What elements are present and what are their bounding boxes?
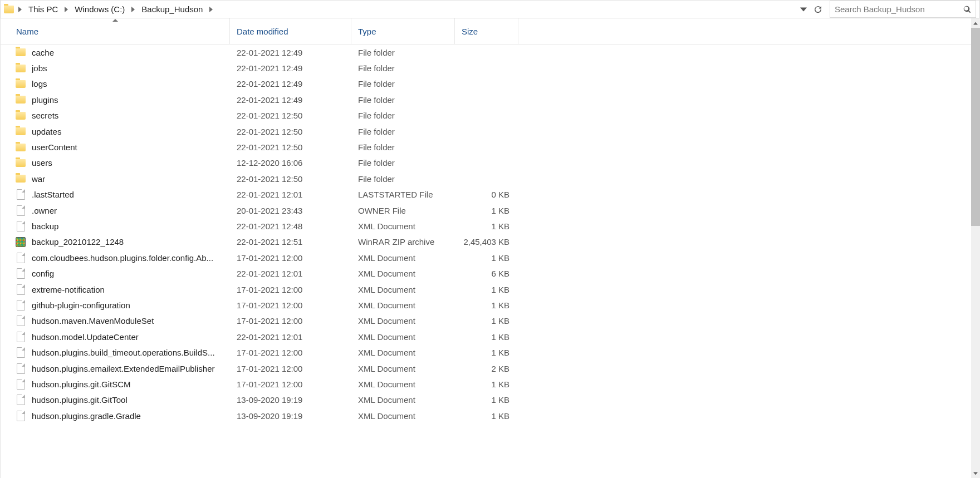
refresh-button[interactable] [811, 1, 825, 18]
table-row[interactable]: hudson.maven.MavenModuleSet17-01-2021 12… [1, 313, 971, 329]
table-row[interactable]: plugins22-01-2021 12:49File folder [1, 92, 971, 107]
file-type: WinRAR ZIP archive [351, 237, 455, 247]
folder-icon [15, 94, 26, 105]
table-row[interactable]: config22-01-2021 12:01XML Document6 KB [1, 265, 971, 281]
file-type: File folder [351, 79, 455, 88]
file-size: 1 KB [455, 206, 518, 215]
file-rows: cache22-01-2021 12:49File folderjobs22-0… [1, 45, 971, 478]
chevron-right-icon[interactable] [15, 1, 25, 18]
breadcrumb-item[interactable]: Windows (C:) [71, 1, 128, 18]
table-row[interactable]: hudson.plugins.build_timeout.operations.… [1, 344, 971, 360]
file-name: extreme-notification [32, 285, 105, 294]
table-row[interactable]: updates22-01-2021 12:50File folder [1, 124, 971, 139]
table-row[interactable]: hudson.plugins.git.GitSCM17-01-2021 12:0… [1, 376, 971, 392]
table-row[interactable]: logs22-01-2021 12:49File folder [1, 76, 971, 92]
chevron-right-icon[interactable] [128, 1, 138, 18]
table-row[interactable]: jobs22-01-2021 12:49File folder [1, 60, 971, 76]
file-type: XML Document [351, 411, 455, 421]
file-type: XML Document [351, 316, 455, 326]
file-name: updates [32, 127, 61, 136]
breadcrumb-item[interactable]: This PC [25, 1, 61, 18]
file-size: 1 KB [455, 285, 518, 294]
table-row[interactable]: backup_20210122_124822-01-2021 12:51WinR… [1, 234, 971, 250]
table-row[interactable]: hudson.model.UpdateCenter22-01-2021 12:0… [1, 329, 971, 344]
table-row[interactable]: extreme-notification17-01-2021 12:00XML … [1, 282, 971, 297]
scroll-track[interactable] [971, 28, 980, 469]
folder-icon [15, 63, 26, 74]
folder-icon [15, 157, 26, 169]
file-date: 13-09-2020 19:19 [230, 411, 351, 421]
table-row[interactable]: war22-01-2021 12:50File folder [1, 171, 971, 186]
file-icon [15, 205, 26, 216]
file-name: backup [32, 221, 58, 231]
file-type: XML Document [351, 269, 455, 278]
file-date: 17-01-2021 12:00 [230, 364, 351, 373]
file-name: hudson.maven.MavenModuleSet [32, 316, 154, 326]
zip-archive-icon [15, 236, 26, 248]
file-name: jobs [32, 63, 47, 73]
file-size: 1 KB [455, 348, 518, 357]
address-bar: This PC Windows (C:) Backup_Hudson Searc… [0, 0, 980, 18]
file-type: XML Document [351, 395, 455, 405]
table-row[interactable]: userContent22-01-2021 12:50File folder [1, 139, 971, 155]
search-input[interactable]: Search Backup_Hudson [830, 1, 976, 18]
file-type: XML Document [351, 221, 455, 231]
file-icon [15, 299, 26, 311]
file-icon [15, 347, 26, 358]
file-name: plugins [32, 95, 58, 105]
table-row[interactable]: hudson.plugins.gradle.Gradle13-09-2020 1… [1, 408, 971, 423]
table-row[interactable]: .lastStarted22-01-2021 12:01LASTSTARTED … [1, 187, 971, 203]
file-type: XML Document [351, 364, 455, 373]
table-row[interactable]: cache22-01-2021 12:49File folder [1, 45, 971, 60]
column-header-size[interactable]: Size [455, 18, 518, 44]
file-icon [15, 268, 26, 279]
file-name: hudson.plugins.git.GitTool [32, 395, 128, 405]
file-type: XML Document [351, 348, 455, 357]
history-dropdown-button[interactable] [796, 1, 811, 18]
file-icon [15, 378, 26, 390]
file-type: XML Document [351, 380, 455, 389]
file-name: hudson.model.UpdateCenter [32, 332, 139, 342]
file-list-pane: Name Date modified Type Size cache22-01-… [0, 18, 980, 478]
chevron-right-icon[interactable] [206, 1, 216, 18]
file-type: LASTSTARTED File [351, 190, 455, 199]
breadcrumb-item[interactable]: Backup_Hudson [138, 1, 206, 18]
search-icon [963, 6, 971, 13]
file-name: .lastStarted [32, 190, 74, 199]
table-row[interactable]: hudson.plugins.git.GitTool13-09-2020 19:… [1, 392, 971, 408]
folder-icon [15, 173, 26, 184]
vertical-scrollbar[interactable] [971, 18, 980, 478]
table-row[interactable]: backup22-01-2021 12:48XML Document1 KB [1, 218, 971, 234]
table-row[interactable]: users12-12-2020 16:06File folder [1, 155, 971, 171]
file-size: 2 KB [455, 364, 518, 373]
table-row[interactable]: github-plugin-configuration17-01-2021 12… [1, 297, 971, 313]
file-size: 1 KB [455, 380, 518, 389]
file-name: userContent [32, 142, 77, 152]
scroll-up-button[interactable] [971, 18, 980, 28]
breadcrumb[interactable]: This PC Windows (C:) Backup_Hudson [1, 1, 796, 18]
table-row[interactable]: secrets22-01-2021 12:50File folder [1, 108, 971, 124]
file-date: 22-01-2021 12:49 [230, 95, 351, 105]
table-row[interactable]: .owner20-01-2021 23:43OWNER File1 KB [1, 203, 971, 218]
file-size: 1 KB [455, 221, 518, 231]
chevron-right-icon[interactable] [61, 1, 71, 18]
scroll-down-button[interactable] [971, 469, 980, 478]
file-name: .owner [32, 206, 57, 215]
scroll-thumb[interactable] [971, 28, 980, 226]
table-row[interactable]: hudson.plugins.emailext.ExtendedEmailPub… [1, 361, 971, 376]
file-size: 1 KB [455, 411, 518, 421]
file-size: 6 KB [455, 269, 518, 278]
file-date: 17-01-2021 12:00 [230, 253, 351, 263]
column-header-type[interactable]: Type [351, 18, 455, 44]
file-type: File folder [351, 142, 455, 152]
file-date: 22-01-2021 12:49 [230, 48, 351, 57]
file-icon [15, 316, 26, 327]
column-header-name[interactable]: Name [1, 18, 230, 44]
file-date: 17-01-2021 12:00 [230, 300, 351, 310]
file-type: File folder [351, 127, 455, 136]
file-date: 17-01-2021 12:00 [230, 380, 351, 389]
file-name: logs [32, 79, 47, 88]
table-row[interactable]: com.cloudbees.hudson.plugins.folder.conf… [1, 250, 971, 265]
column-header-date[interactable]: Date modified [230, 18, 351, 44]
file-date: 22-01-2021 12:48 [230, 221, 351, 231]
